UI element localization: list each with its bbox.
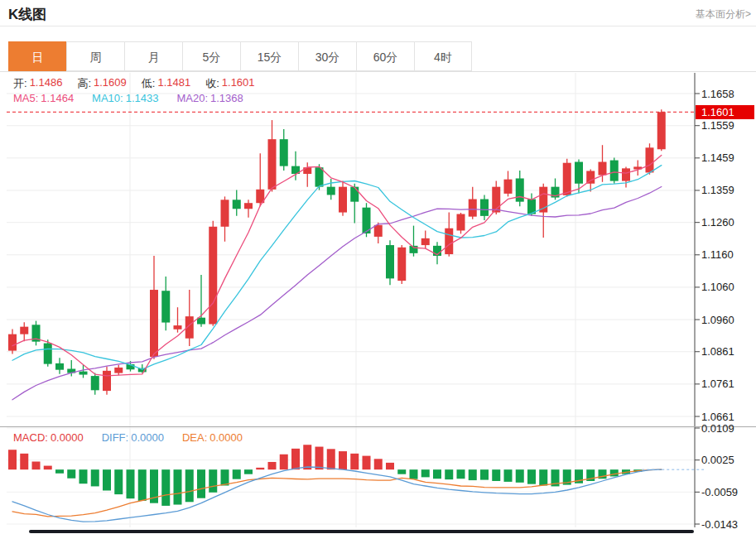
macd-label: MACD: [13, 431, 48, 444]
macd-value: 0.0000 [51, 431, 84, 444]
current-price-badge: 1.1601 [696, 105, 754, 119]
open-label: 开: [13, 76, 27, 91]
price-axis-label-1: 1.1559 [701, 119, 753, 132]
price-axis-label-9: 1.0761 [701, 378, 753, 390]
high-label: 高: [77, 76, 91, 91]
low-value: 1.1481 [157, 76, 190, 91]
macd-axis-label-3: -0.0143 [701, 518, 753, 531]
macd-axis-label-1: 0.0025 [701, 454, 753, 466]
close-label: 收: [205, 76, 219, 91]
ma20-label: MA20: [176, 92, 208, 104]
close-value: 1.1601 [222, 76, 255, 91]
diff-label: DIFF: [102, 431, 129, 444]
dea-value: 0.0000 [209, 431, 243, 444]
low-label: 低: [142, 76, 156, 91]
ma5-value: 1.1464 [41, 92, 74, 104]
ma10-value: 1.1433 [126, 92, 159, 104]
macd-axis-label-2: -0.0059 [701, 486, 753, 498]
price-axis-label-4: 1.1260 [701, 216, 753, 229]
ma-legend: MA5:1.1464 MA10:1.1433 MA20:1.1368 [13, 92, 243, 104]
price-axis-label-7: 1.0960 [701, 314, 753, 326]
chart-scrollbar[interactable] [29, 530, 694, 533]
ohlc-legend: 开:1.1486 高:1.1609 低:1.1481 收:1.1601 [13, 76, 255, 91]
dea-label: DEA: [182, 431, 207, 444]
price-axis-label-3: 1.1359 [701, 184, 753, 196]
diff-value: 0.0000 [131, 431, 164, 444]
price-axis-label-6: 1.1060 [701, 281, 753, 293]
open-value: 1.1486 [30, 76, 63, 91]
price-axis-label-2: 1.1459 [701, 152, 753, 164]
ma5-label: MA5: [13, 92, 38, 104]
kline-page: K线图 基本面分析> 日周月5分15分30分60分4时 开:1.1486 高:1… [0, 0, 756, 534]
macd-axis-label-0: 0.0109 [701, 422, 753, 435]
price-axis-label-10: 1.0661 [701, 411, 753, 423]
price-axis-label-0: 1.1658 [701, 88, 753, 100]
ma10-label: MA10: [92, 92, 123, 104]
price-axis-label-5: 1.1160 [701, 248, 753, 261]
ma20-value: 1.1368 [210, 92, 243, 104]
price-axis-label-8: 1.0861 [701, 345, 753, 358]
macd-legend: MACD:0.0000 DIFF:0.0000 DEA:0.0000 [13, 431, 243, 444]
high-value: 1.1609 [94, 76, 127, 91]
